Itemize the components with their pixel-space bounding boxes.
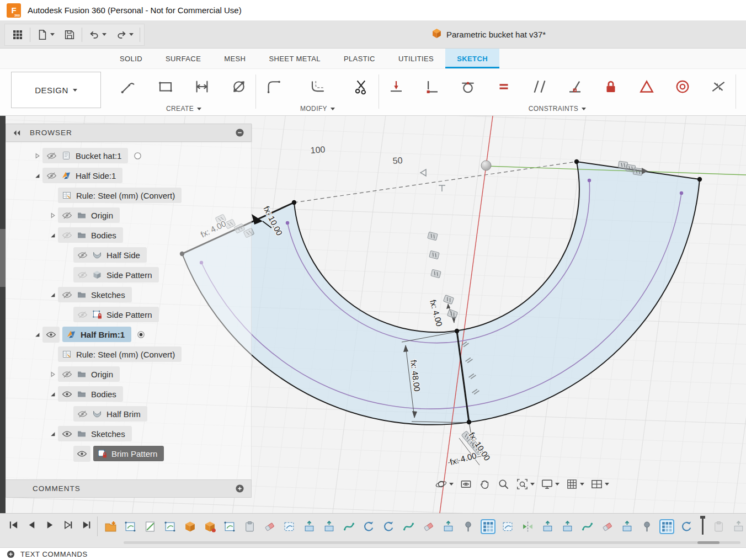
modify-panel-dropdown[interactable]: MODIFY (258, 103, 377, 114)
visibility-eye-icon[interactable] (77, 271, 88, 279)
app-grid-menu-icon[interactable] (7, 26, 28, 43)
expanded-arrow-icon[interactable] (47, 391, 58, 397)
tree-row[interactable]: Sketches (6, 424, 251, 444)
workspace-selector[interactable]: DESIGN (11, 72, 101, 108)
line-icon[interactable] (116, 73, 141, 100)
tree-item[interactable]: Bucket hat:1 (42, 148, 128, 163)
chevron-down-icon[interactable] (605, 483, 609, 486)
grid-settings-icon[interactable] (566, 478, 584, 490)
side-scrollbar[interactable] (0, 116, 6, 513)
timeline-feature-reverse-icon[interactable] (363, 520, 375, 533)
tree-item[interactable]: Origin (58, 207, 120, 223)
expanded-arrow-icon[interactable] (47, 431, 58, 437)
step-back-icon[interactable] (25, 518, 38, 531)
activate-component-radio[interactable] (134, 152, 142, 160)
fix-icon[interactable] (599, 73, 623, 100)
tree-item[interactable]: Sketches (58, 426, 132, 441)
timeline-feature-extrude-icon[interactable] (621, 520, 633, 533)
tree-item[interactable]: Half Brim (73, 406, 147, 422)
tree-row[interactable]: Bodies (6, 384, 251, 404)
timeline-feature-stitch-icon[interactable] (581, 520, 594, 533)
tab-sheet-metal[interactable]: SHEET METAL (257, 49, 332, 68)
timeline-feature-sketch-dashed-icon[interactable] (502, 520, 514, 533)
tree-item[interactable]: Side Pattern (73, 267, 159, 282)
tree-row[interactable]: Side Pattern (6, 305, 251, 324)
timeline-feature-sketch-icon[interactable] (223, 520, 236, 533)
tangent-icon[interactable] (456, 73, 480, 100)
trim-icon[interactable] (349, 73, 374, 100)
visibility-eye-icon[interactable] (62, 371, 72, 378)
tab-mesh[interactable]: MESH (212, 49, 257, 68)
timeline-feature-paste-icon[interactable] (712, 520, 725, 533)
step-forward-icon[interactable] (61, 518, 74, 531)
visibility-eye-icon[interactable] (46, 172, 57, 179)
tree-row[interactable]: Bucket hat:1 (6, 146, 251, 166)
tree-item[interactable]: Bodies (58, 227, 123, 243)
parallel-icon[interactable] (527, 73, 552, 100)
visibility-eye-icon[interactable] (62, 391, 72, 398)
timeline-feature-form-icon[interactable] (184, 520, 196, 533)
sketch-dimension-icon[interactable] (227, 73, 251, 100)
tree-item[interactable]: Origin (58, 366, 120, 382)
tab-solid[interactable]: SOLID (108, 49, 154, 68)
collapse-panel-icon[interactable] (13, 130, 21, 136)
tree-row[interactable]: Half Side (6, 245, 251, 265)
collapsed-arrow-icon[interactable] (31, 153, 42, 159)
equal-icon[interactable] (492, 73, 516, 100)
undo-icon[interactable] (84, 26, 111, 43)
collapsed-arrow-icon[interactable] (47, 212, 58, 218)
timeline-feature-delete-icon[interactable] (601, 520, 614, 533)
tree-row[interactable]: Half Brim (6, 404, 251, 424)
viewports-icon[interactable] (590, 478, 609, 490)
timeline-feature-sketch-dashed-icon[interactable] (283, 520, 296, 533)
text-commands-label[interactable]: TEXT COMMANDS (20, 550, 88, 558)
add-comment-icon[interactable] (235, 484, 244, 493)
timeline-feature-paste-icon[interactable] (243, 520, 256, 533)
dimension-icon[interactable] (190, 73, 214, 100)
expanded-arrow-icon[interactable] (31, 173, 42, 179)
tree-row[interactable]: Origin (6, 205, 251, 225)
timeline-feature-stitch-icon[interactable] (402, 520, 415, 533)
comments-bar[interactable]: COMMENTS (6, 479, 252, 498)
timeline-feature-reverse-icon[interactable] (382, 520, 395, 533)
timeline-feature-reverse-icon[interactable] (680, 520, 693, 533)
horizontal-vertical-icon[interactable] (420, 73, 444, 100)
collapsed-arrow-icon[interactable] (47, 371, 58, 377)
tree-row[interactable]: Half Brim:1 (6, 324, 251, 344)
pan-icon[interactable] (478, 478, 491, 490)
chevron-down-icon[interactable] (530, 483, 535, 486)
scrollbar-thumb[interactable] (0, 229, 6, 287)
redo-icon[interactable] (111, 26, 138, 43)
file-menu-icon[interactable] (32, 26, 59, 43)
expanded-arrow-icon[interactable] (47, 232, 58, 238)
timeline-feature-pattern-icon[interactable] (660, 520, 673, 533)
tree-item[interactable]: Bodies (58, 386, 123, 402)
chevron-down-icon[interactable] (449, 483, 454, 486)
tab-surface[interactable]: SURFACE (154, 49, 212, 68)
timeline-feature-extrude-icon[interactable] (442, 520, 455, 533)
timeline-feature-construct-icon[interactable] (144, 520, 157, 533)
origin-point[interactable] (481, 161, 491, 170)
play-icon[interactable] (43, 518, 56, 531)
tab-sketch[interactable]: SKETCH (445, 49, 499, 68)
collapse-all-icon[interactable] (235, 128, 244, 137)
chevron-down-icon[interactable] (555, 483, 560, 486)
tree-item[interactable]: Half Side:1 (42, 168, 122, 183)
timeline-feature-delete-icon[interactable] (263, 520, 276, 533)
perpendicular-icon[interactable] (563, 73, 587, 100)
tab-plastic[interactable]: PLASTIC (332, 49, 387, 68)
timeline-feature-pin-icon[interactable] (641, 520, 653, 533)
timeline-feature-sketch-icon[interactable] (124, 520, 137, 533)
symmetry-icon[interactable] (706, 73, 731, 100)
timeline-feature-delete-icon[interactable] (422, 520, 435, 533)
display-settings-icon[interactable] (541, 478, 560, 490)
tree-item[interactable]: Brim Pattern (93, 446, 164, 461)
timeline-scrollbar[interactable] (124, 541, 740, 544)
timeline-feature-extrude-icon[interactable] (541, 520, 554, 533)
activate-component-radio[interactable] (137, 330, 145, 339)
timeline-feature-pin-icon[interactable] (462, 520, 475, 533)
tree-row[interactable]: Sketches (6, 285, 251, 305)
timeline-scroll-thumb[interactable] (697, 541, 720, 544)
tab-utilities[interactable]: UTILITIES (387, 49, 445, 68)
visibility-eye-icon[interactable] (62, 212, 72, 219)
